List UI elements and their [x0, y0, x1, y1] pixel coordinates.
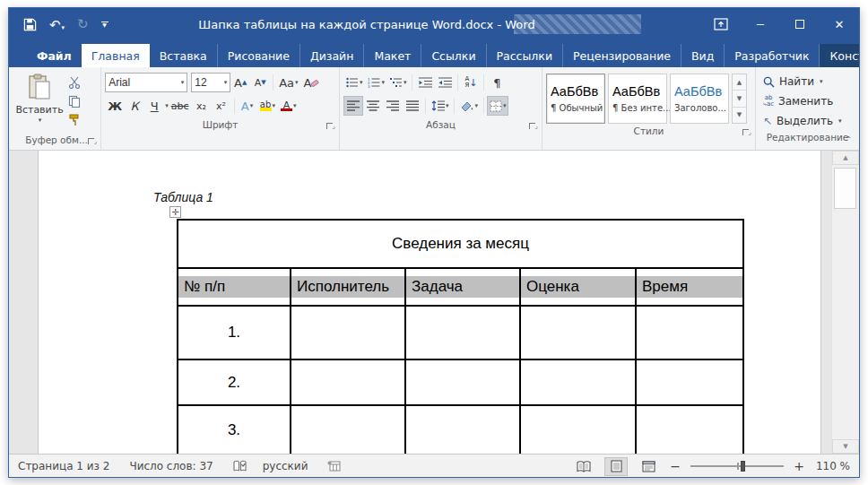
- tab-references[interactable]: Ссылки: [421, 44, 486, 67]
- style-heading1[interactable]: АаБбВв Заголово...: [670, 74, 729, 124]
- tab-developer[interactable]: Разработчик: [725, 44, 820, 67]
- font-dialog-launcher[interactable]: [325, 121, 334, 131]
- table-row: 1.: [178, 306, 743, 359]
- print-layout-icon[interactable]: [604, 457, 628, 476]
- close-button[interactable]: ✕: [820, 8, 859, 40]
- window-controls: ─ ✕: [701, 8, 859, 40]
- maximize-button[interactable]: [780, 8, 820, 40]
- macro-recording-icon[interactable]: [327, 461, 341, 472]
- zoom-out-button[interactable]: −: [669, 459, 681, 473]
- zoom-in-button[interactable]: +: [793, 459, 805, 473]
- tab-insert[interactable]: Вставка: [150, 44, 218, 67]
- paste-dropdown[interactable]: ▾: [39, 117, 42, 124]
- font-name-combo[interactable]: Arial▾: [105, 73, 187, 92]
- header-cell-number[interactable]: № п/п: [178, 268, 291, 306]
- bullets-button[interactable]: ▾: [343, 73, 366, 92]
- scroll-up-icon[interactable]: ▲: [832, 151, 859, 165]
- cut-icon[interactable]: [65, 74, 84, 91]
- multilevel-list-button[interactable]: ▾: [387, 73, 410, 92]
- styles-gallery-scroll[interactable]: ▲ ▼ ▼: [732, 74, 747, 124]
- tab-draw[interactable]: Рисование: [218, 44, 300, 67]
- tab-design[interactable]: Дизайн: [300, 44, 365, 67]
- bold-button[interactable]: Ж: [105, 96, 125, 116]
- text-effects-button[interactable]: А▾: [238, 96, 257, 116]
- ribbon-display-options-icon[interactable]: [701, 8, 741, 40]
- select-button[interactable]: ↖ Выделить▾: [760, 112, 855, 130]
- format-painter-icon[interactable]: [65, 112, 84, 128]
- replace-button[interactable]: ab⤷ac Заменить: [760, 92, 855, 110]
- line-spacing-button[interactable]: ▾: [429, 96, 452, 116]
- tab-layout[interactable]: Макет: [364, 44, 421, 67]
- copy-icon[interactable]: [65, 93, 84, 109]
- minimize-button[interactable]: ─: [741, 8, 780, 40]
- scroll-down-icon[interactable]: ▼: [832, 439, 859, 454]
- row-number-cell[interactable]: 2.: [178, 359, 291, 405]
- zoom-level[interactable]: 110 %: [814, 460, 850, 472]
- justify-button[interactable]: [403, 96, 422, 116]
- font-color-button[interactable]: А▾: [278, 96, 299, 116]
- sort-button[interactable]: АЯ↓: [461, 73, 481, 92]
- styles-scroll-down-icon: ▼: [733, 91, 746, 107]
- web-layout-icon[interactable]: [637, 457, 660, 476]
- qat-customize-icon[interactable]: ▼: [101, 22, 108, 27]
- undo-button[interactable]: ↶▾: [49, 16, 65, 33]
- align-left-button[interactable]: [343, 96, 363, 116]
- font-size-combo[interactable]: 12▾: [191, 73, 230, 92]
- read-mode-icon[interactable]: [572, 457, 595, 476]
- grow-font-button[interactable]: А▲: [230, 73, 250, 92]
- styles-dialog-launcher[interactable]: [741, 127, 751, 137]
- shrink-font-button[interactable]: А▼: [250, 73, 270, 92]
- superscript-button[interactable]: x²: [212, 96, 231, 116]
- page-indicator[interactable]: Страница 1 из 2: [18, 460, 109, 472]
- table-move-handle[interactable]: ✛: [169, 206, 181, 218]
- collapse-ribbon-icon[interactable]: ⌃: [845, 134, 852, 144]
- zoom-slider[interactable]: [690, 460, 784, 472]
- row-number-cell[interactable]: 1.: [178, 306, 291, 359]
- header-cell-time[interactable]: Время: [636, 268, 743, 306]
- account-name-blurred: [514, 14, 641, 34]
- numbering-button[interactable]: 123▾: [365, 73, 387, 92]
- save-icon[interactable]: [23, 18, 37, 31]
- zoom-slider-handle[interactable]: [741, 461, 745, 472]
- change-case-button[interactable]: Аа▾: [276, 73, 300, 92]
- header-cell-executor[interactable]: Исполнитель: [291, 268, 405, 306]
- table-title-cell[interactable]: Сведения за месяц: [178, 220, 743, 268]
- document-page[interactable]: Таблица 1 ✛ Сведения за месяц № п/п Испо…: [38, 151, 821, 454]
- tab-file[interactable]: Файл: [27, 44, 82, 67]
- tab-review[interactable]: Рецензирование: [563, 44, 681, 67]
- word-count[interactable]: Число слов: 37: [129, 460, 213, 472]
- italic-button[interactable]: К: [125, 96, 144, 116]
- row-number-cell[interactable]: 3.: [178, 405, 291, 454]
- strikethrough-button[interactable]: abc: [169, 96, 192, 116]
- align-center-button[interactable]: [363, 96, 383, 116]
- find-button[interactable]: Найти▾: [760, 73, 855, 91]
- chevron-down-icon: ▾: [224, 79, 228, 86]
- proofing-icon[interactable]: [233, 460, 247, 472]
- decrease-indent-icon[interactable]: [415, 73, 435, 92]
- tab-table-design-contextual[interactable]: Конструктор: [820, 44, 860, 67]
- clear-formatting-button[interactable]: А: [301, 73, 323, 92]
- show-formatting-marks-button[interactable]: ¶: [487, 73, 507, 92]
- highlight-color-button[interactable]: ab▾: [257, 96, 279, 116]
- tab-view[interactable]: Вид: [681, 44, 725, 67]
- borders-button[interactable]: ▾: [487, 96, 509, 116]
- document-table[interactable]: Сведения за месяц № п/п Исполнитель Зада…: [177, 219, 744, 454]
- tab-mailings[interactable]: Рассылки: [487, 44, 563, 67]
- style-normal[interactable]: АаБбВв ¶ Обычный: [546, 74, 605, 124]
- shading-button[interactable]: ▾: [457, 96, 481, 116]
- scrollbar-thumb[interactable]: [834, 168, 856, 209]
- clipboard-dialog-launcher[interactable]: [86, 136, 96, 146]
- paragraph-dialog-launcher[interactable]: [527, 121, 537, 131]
- style-no-spacing[interactable]: АаБбВв ¶ Без инте...: [608, 74, 667, 124]
- title-bar: ↶▾ ↻ ▼ Шапка таблицы на каждой странице …: [9, 8, 859, 40]
- paste-button[interactable]: Вставить ▾: [16, 71, 63, 133]
- subscript-button[interactable]: x₂: [192, 96, 212, 116]
- header-cell-task[interactable]: Задача: [405, 268, 520, 306]
- language-indicator[interactable]: русский: [263, 460, 308, 472]
- vertical-scrollbar[interactable]: ▲ ▼: [831, 151, 859, 454]
- increase-indent-icon[interactable]: [435, 73, 455, 92]
- align-right-button[interactable]: [383, 96, 403, 116]
- tab-home[interactable]: Главная: [82, 44, 150, 67]
- header-cell-grade[interactable]: Оценка: [520, 268, 636, 306]
- underline-button[interactable]: Ч: [144, 96, 164, 116]
